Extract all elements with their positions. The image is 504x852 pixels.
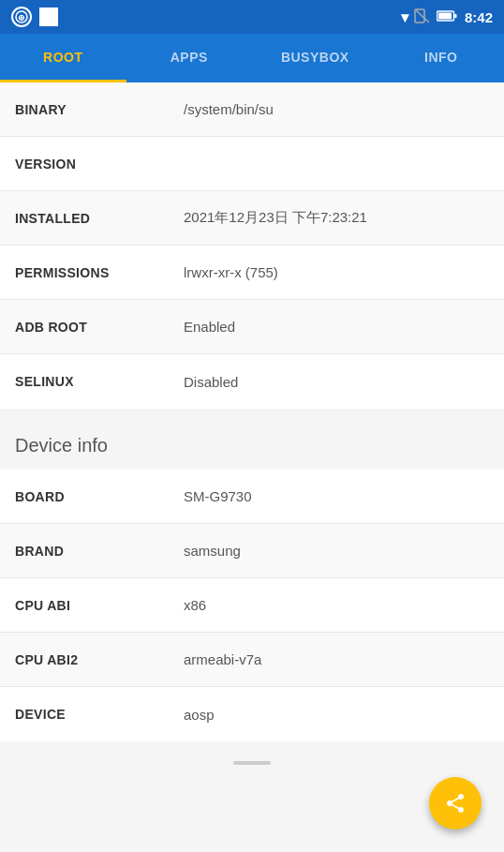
share-icon [444,792,467,815]
tab-bar: ROOT APPS BUSYBOX INFO [0,34,504,82]
brand-value: samsung [184,543,489,559]
app-logo-icon: ⊕ [11,7,32,27]
device-info-section-header: Device info [0,416,504,470]
svg-text:⊕: ⊕ [18,13,25,22]
table-row: BRAND samsung [0,524,504,578]
tab-busybox[interactable]: BUSYBOX [252,34,378,80]
table-row: CPU ABI2 armeabi-v7a [0,633,504,687]
binary-label: BINARY [15,102,184,117]
binary-value: /system/bin/su [184,101,489,117]
table-row: BOARD SM-G9730 [0,470,504,524]
board-value: SM-G9730 [184,488,489,504]
version-label: VERSION [15,157,184,172]
root-info-card: BINARY /system/bin/su VERSION INSTALLED … [0,82,504,409]
device-value: aosp [184,707,489,723]
table-row: CPU ABI x86 [0,578,504,633]
status-bar: ⊕ ▾ 8:42 [0,0,504,34]
window-icon [39,7,58,26]
table-row: VERSION [0,137,504,191]
table-row: BINARY /system/bin/su [0,82,504,137]
permissions-value: lrwxr-xr-x (755) [184,264,489,280]
battery-icon [437,9,457,25]
device-label: DEVICE [15,707,184,722]
selinux-value: Disabled [184,374,489,390]
table-row: PERMISSIONS lrwxr-xr-x (755) [0,246,504,300]
brand-label: BRAND [15,544,184,559]
table-row: DEVICE aosp [0,687,504,741]
svg-rect-6 [454,14,457,18]
content-area: BINARY /system/bin/su VERSION INSTALLED … [0,82,504,852]
permissions-label: PERMISSIONS [15,265,184,280]
adb-root-value: Enabled [184,319,489,335]
selinux-label: SELINUX [15,374,184,389]
tab-apps[interactable]: APPS [126,34,253,80]
bottom-peek [0,749,504,777]
installed-value: 2021年12月23日 下午7:23:21 [184,209,489,227]
status-bar-right: ▾ 8:42 [401,8,493,26]
table-row: ADB ROOT Enabled [0,300,504,354]
installed-label: INSTALLED [15,211,184,226]
wifi-icon: ▾ [401,8,408,26]
adb-root-label: ADB ROOT [15,320,184,335]
svg-line-3 [416,10,429,22]
svg-rect-5 [438,12,452,19]
table-row: SELINUX Disabled [0,354,504,409]
tab-info[interactable]: INFO [378,34,505,80]
cpu-abi-label: CPU ABI [15,598,184,613]
table-row: INSTALLED 2021年12月23日 下午7:23:21 [0,191,504,246]
cpu-abi2-label: CPU ABI2 [15,652,184,667]
time-display: 8:42 [465,9,493,25]
sim-icon [414,8,431,26]
cpu-abi2-value: armeabi-v7a [184,651,489,667]
status-bar-left: ⊕ [11,7,58,27]
tab-root[interactable]: ROOT [0,34,126,80]
device-info-card: Device info BOARD SM-G9730 BRAND samsung… [0,416,504,741]
scroll-indicator [233,761,271,765]
board-label: BOARD [15,489,184,504]
cpu-abi-value: x86 [184,597,489,613]
share-fab-button[interactable] [429,777,482,830]
